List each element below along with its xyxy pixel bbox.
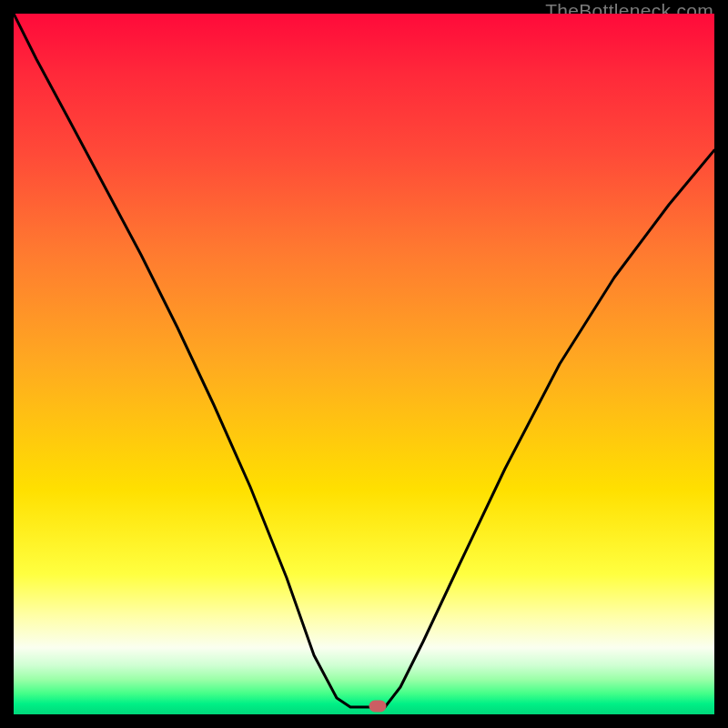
- bottleneck-curve: [14, 14, 714, 714]
- plot-area: [14, 14, 714, 714]
- curve-endpoint-marker: [369, 701, 387, 713]
- chart-frame: TheBottleneck.com: [0, 0, 728, 728]
